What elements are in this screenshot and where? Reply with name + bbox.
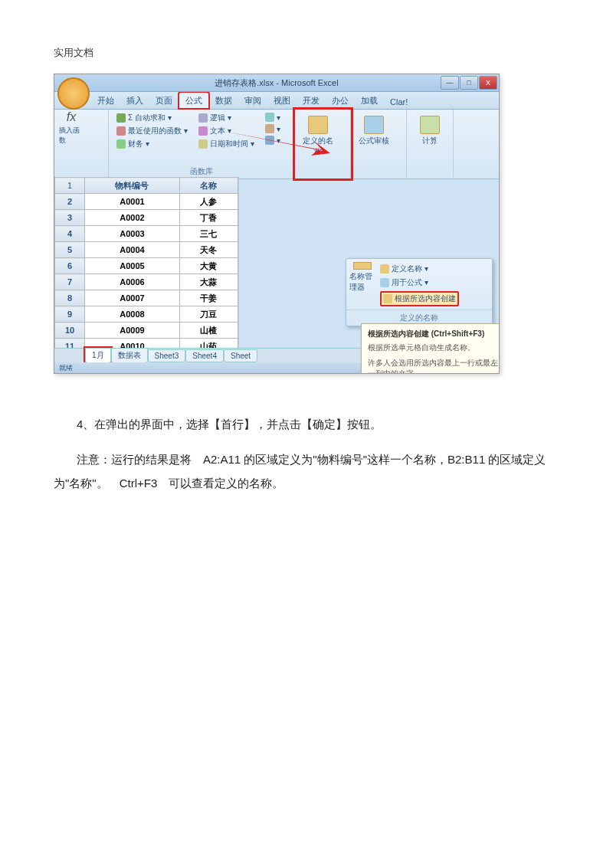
tab-clarl[interactable]: Clar! xyxy=(384,95,414,109)
clock-icon xyxy=(198,139,208,149)
tab-insert[interactable]: 插入 xyxy=(120,93,149,109)
define-name-button[interactable]: 定义的名称 xyxy=(300,113,336,162)
cell[interactable]: 天冬 xyxy=(179,242,238,258)
datetime-button[interactable]: 日期和时间 ▾ xyxy=(198,139,254,149)
name-manager-icon xyxy=(353,262,372,270)
audit-label: 公式审核 xyxy=(359,136,389,146)
math-button[interactable]: ▾ xyxy=(265,124,280,133)
ribbon-tabs: 开始 插入 页面 公式 数据 审阅 视图 开发 办公 加载 Clar! xyxy=(54,92,499,110)
define-name-label: 定义的名称 xyxy=(300,136,336,157)
cell[interactable]: 三七 xyxy=(179,226,238,242)
close-button[interactable]: X xyxy=(479,76,497,90)
tooltip: 根据所选内容创建 (Ctrl+Shift+F3) 根据所选单元格自动生成名称。 … xyxy=(361,323,500,374)
row-header[interactable]: 7 xyxy=(55,274,85,290)
logical-button[interactable]: 逻辑 ▾ xyxy=(198,113,254,123)
row-header[interactable]: 4 xyxy=(55,226,85,242)
sheet-tab-5[interactable]: Sheet xyxy=(224,349,257,362)
cell[interactable]: 名称 xyxy=(179,178,238,194)
row-header[interactable]: 3 xyxy=(55,210,85,226)
more-icon xyxy=(265,136,274,145)
insert-function-label: 插入函数 xyxy=(59,126,84,146)
create-from-selection-item[interactable]: 根据所选内容创建 xyxy=(380,291,459,306)
tooltip-line2: 许多人会选用所选内容最上一行或最左一列中的文字。 xyxy=(368,358,500,374)
cell[interactable]: A0005 xyxy=(85,258,180,274)
create-icon xyxy=(383,294,392,303)
cell[interactable]: A0007 xyxy=(85,290,180,306)
cell[interactable]: A0001 xyxy=(85,194,180,210)
tab-page[interactable]: 页面 xyxy=(149,93,179,109)
tab-view[interactable]: 视图 xyxy=(267,93,297,109)
cell[interactable]: A0003 xyxy=(85,226,180,242)
defined-names-dropdown: 名称管理器 定义名称 ▾ 用于公式 ▾ 根据所选内容创建 定义的名称 xyxy=(346,258,493,326)
minimize-button[interactable]: — xyxy=(441,76,459,90)
lookup-button[interactable]: ▾ xyxy=(265,113,280,122)
row-header[interactable]: 6 xyxy=(55,258,85,274)
cell[interactable]: A0002 xyxy=(85,210,180,226)
tab-developer[interactable]: 开发 xyxy=(297,93,326,109)
cell[interactable]: A0009 xyxy=(85,323,180,339)
text-button[interactable]: 文本 ▾ xyxy=(198,126,254,136)
row-header[interactable]: 9 xyxy=(55,306,85,323)
cell[interactable]: 大蒜 xyxy=(179,274,238,290)
page-header: 实用文档 xyxy=(54,46,559,60)
tab-addins[interactable]: 加载 xyxy=(355,93,384,109)
formula-audit-button[interactable]: 公式审核 xyxy=(356,113,392,162)
row-header[interactable]: 1 xyxy=(55,178,85,194)
financial-button[interactable]: 财务 ▾ xyxy=(116,139,188,149)
cell[interactable]: 大黄 xyxy=(179,258,238,274)
tab-review[interactable]: 审阅 xyxy=(238,93,267,109)
worksheet-grid[interactable]: 1物料编号名称2A0001人参3A0002丁香4A0003三七5A0004天冬6… xyxy=(54,177,239,349)
cell[interactable]: 刀豆 xyxy=(179,306,238,323)
tooltip-title: 根据所选内容创建 (Ctrl+Shift+F3) xyxy=(368,329,500,339)
sheet-tab-3[interactable]: Sheet3 xyxy=(148,349,186,362)
cell[interactable]: 物料编号 xyxy=(85,178,180,194)
row-header[interactable]: 8 xyxy=(55,290,85,306)
name-manager-button[interactable]: 名称管理器 xyxy=(349,262,375,293)
ribbon-body: fx 插入函数 Σ 自动求和 ▾ 最近使用的函数 ▾ 财务 ▾ 逻辑 ▾ 文本 … xyxy=(54,110,499,179)
tooltip-line1: 根据所选单元格自动生成名称。 xyxy=(368,342,500,353)
fx-icon: fx xyxy=(67,110,76,124)
tab-data[interactable]: 数据 xyxy=(209,93,238,109)
cell[interactable]: A0008 xyxy=(85,306,180,323)
instruction-text: 4、在弹出的界面中，选择【首行】，并点击【确定】按钮。 注意：运行的结果是将 A… xyxy=(54,412,559,496)
sigma-icon xyxy=(116,113,126,123)
row-header[interactable]: 10 xyxy=(55,323,85,339)
excel-screenshot: 进销存表格.xlsx - Microsoft Excel — □ X 开始 插入… xyxy=(54,74,500,374)
tag-icon xyxy=(380,264,389,274)
office-button[interactable] xyxy=(57,77,90,110)
cell[interactable]: 山楂 xyxy=(179,323,238,339)
use-in-formula-item[interactable]: 用于公式 ▾ xyxy=(380,277,459,288)
logical-icon xyxy=(198,113,208,123)
autosum-button[interactable]: Σ 自动求和 ▾ xyxy=(116,113,188,123)
text-icon xyxy=(198,126,208,136)
title-bar: 进销存表格.xlsx - Microsoft Excel — □ X xyxy=(54,74,499,92)
cell[interactable]: A0006 xyxy=(85,274,180,290)
sheet-tab-4[interactable]: Sheet4 xyxy=(185,349,224,362)
calc-icon xyxy=(420,116,440,134)
calculation-button[interactable]: 计算 xyxy=(411,113,448,162)
define-name-item[interactable]: 定义名称 ▾ xyxy=(380,264,459,274)
cell[interactable]: 干姜 xyxy=(179,290,238,306)
maximize-button[interactable]: □ xyxy=(460,76,478,90)
name-tag-icon xyxy=(308,116,328,134)
paragraph-2: 注意：运行的结果是将 A2:A11 的区域定义为"物料编号"这样一个名称，B2:… xyxy=(54,447,559,496)
paragraph-1: 4、在弹出的界面中，选择【首行】，并点击【确定】按钮。 xyxy=(54,412,559,437)
cell[interactable]: 人参 xyxy=(179,194,238,210)
window-title: 进销存表格.xlsx - Microsoft Excel xyxy=(215,77,338,89)
row-header[interactable]: 5 xyxy=(55,242,85,258)
more-button[interactable]: ▾ xyxy=(265,136,280,145)
recent-functions-button[interactable]: 最近使用的函数 ▾ xyxy=(116,126,188,136)
tab-formulas[interactable]: 公式 xyxy=(179,92,209,109)
sheet-tab-1[interactable]: 1月 xyxy=(85,348,111,363)
insert-function-button[interactable]: fx 插入函数 xyxy=(59,113,84,143)
status-ready: 就绪 xyxy=(59,363,73,373)
tab-office[interactable]: 办公 xyxy=(326,93,355,109)
sheet-tab-2[interactable]: 数据表 xyxy=(111,348,148,363)
cell[interactable]: A0004 xyxy=(85,242,180,258)
row-header[interactable]: 2 xyxy=(55,194,85,210)
tab-home[interactable]: 开始 xyxy=(91,93,120,109)
function-library-label: 函数库 xyxy=(109,166,294,177)
math-icon xyxy=(265,124,274,133)
financial-icon xyxy=(116,139,126,149)
cell[interactable]: 丁香 xyxy=(179,210,238,226)
